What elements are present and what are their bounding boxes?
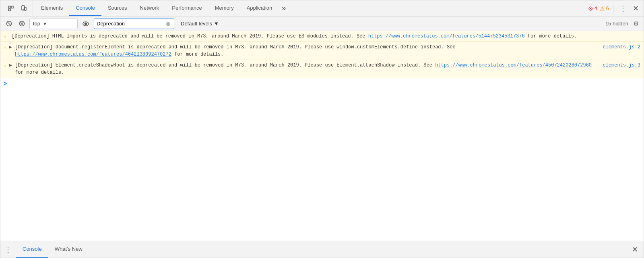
deprecation-link-3[interactable]: https://www.chromestatus.com/features/45… [435,62,592,68]
prompt-chevron-icon: > [4,81,7,87]
console-content: ⚠ [Deprecation] HTML Imports is deprecat… [0,31,644,241]
console-entry: ⚠ [Deprecation] HTML Imports is deprecat… [0,31,644,42]
levels-arrow-icon: ▼ [214,21,219,27]
eye-button[interactable] [80,19,91,29]
stop-recording-button[interactable] [17,19,27,29]
more-tabs-icon: » [282,4,286,12]
warning-icon: ⚠ [4,44,7,52]
source-link-3[interactable]: elements.js:3 [596,62,640,69]
devtools-left-icons [2,0,33,16]
close-devtools-button[interactable]: ✕ [631,2,640,15]
tab-performance-label: Performance [172,5,202,11]
console-settings-button[interactable]: ⚙ [632,18,640,29]
levels-label: Default levels [181,21,212,27]
tab-elements[interactable]: Elements [35,0,69,16]
clear-console-button[interactable] [4,19,14,29]
console-message: [Deprecation] document.registerElement i… [15,44,596,58]
tab-console-label: Console [76,5,95,11]
svg-rect-0 [8,6,10,8]
svg-rect-4 [25,7,26,10]
divider [613,4,613,12]
filter-input-wrap: ⊗ [94,19,174,29]
bottom-bar: ⋮ Console What's New ✕ [0,241,644,258]
close-drawer-button[interactable]: ✕ [630,243,640,256]
filter-clear-button[interactable]: ⊗ [165,21,171,27]
tab-sources[interactable]: Sources [101,0,134,16]
console-prompt[interactable]: > [0,78,644,89]
tab-application-label: Application [247,5,272,11]
bottom-tab-console[interactable]: Console [16,241,48,258]
inspect-element-button[interactable] [5,3,17,14]
tab-memory-label: Memory [215,5,234,11]
bottom-bar-right: ✕ [626,241,644,258]
tab-network-label: Network [140,5,159,11]
expand-arrow-icon[interactable]: ▶ [9,62,12,69]
source-link-2[interactable]: elements.js:2 [596,44,640,51]
bottom-tab-console-label: Console [23,246,42,252]
deprecation-link-1[interactable]: https://www.chromestatus.com/features/51… [368,33,525,39]
expand-arrow-icon[interactable]: ▶ [9,44,12,51]
tab-console[interactable]: Console [69,0,101,16]
tab-application[interactable]: Application [240,0,279,16]
svg-rect-2 [8,9,10,11]
device-toggle-button[interactable] [18,3,29,14]
svg-line-7 [7,22,11,26]
filter-input[interactable] [97,21,165,27]
more-options-button[interactable]: ⋮ [617,3,629,14]
context-arrow-icon: ▼ [43,21,47,26]
console-entry: ⚠ ▶ [Deprecation] Element.createShadowRo… [0,60,644,78]
log-levels-button[interactable]: Default levels ▼ [177,19,223,29]
tab-performance[interactable]: Performance [165,0,208,16]
hidden-count: 15 hidden [605,21,628,27]
bottom-tab-whats-new[interactable]: What's New [48,241,89,258]
tab-network[interactable]: Network [134,0,166,16]
bottom-tab-whats-new-label: What's New [55,246,83,252]
warning-icon: ⚠ [4,62,7,70]
tab-sources-label: Sources [108,5,127,11]
warning-count: 6 [606,5,609,11]
console-entry: ⚠ ▶ [Deprecation] document.registerEleme… [0,42,644,60]
context-value: top [33,21,40,27]
error-count: 4 [594,5,597,11]
toolbar-right: 15 hidden ⚙ [605,18,640,29]
error-badge[interactable]: ⊗ 4 [588,5,597,12]
console-message: [Deprecation] Element.createShadowRoot i… [15,62,596,76]
deprecation-link-2[interactable]: https://www.chromestatus.com/features/46… [15,52,171,57]
context-selector[interactable]: top ▼ [29,19,78,29]
console-message: [Deprecation] HTML Imports is deprecated… [12,33,577,40]
more-tabs-button[interactable]: » [279,0,289,16]
tab-memory[interactable]: Memory [208,0,240,16]
tab-bar-right: ⊗ 4 ⚠ 6 ⋮ ✕ [585,0,644,16]
bottom-bar-menu-button[interactable]: ⋮ [0,241,16,258]
tab-elements-label: Elements [41,5,63,11]
top-tab-bar: Elements Console Sources Network Perform… [0,0,644,17]
dots-icon: ⋮ [4,245,12,254]
warning-icon: ⚠ [4,33,7,41]
svg-point-12 [85,23,87,25]
svg-rect-1 [11,6,13,8]
warning-badge[interactable]: ⚠ 6 [600,5,609,12]
console-toolbar: top ▼ ⊗ Default levels ▼ 15 hidden ⚙ [0,17,644,31]
